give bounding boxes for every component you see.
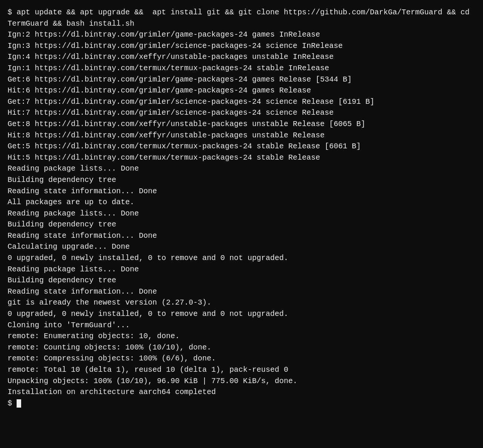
output-line: Reading package lists... Done — [8, 208, 475, 219]
output-line: Get:7 https://dl.bintray.com/grimler/sci… — [8, 96, 475, 108]
output-line: Reading package lists... Done — [8, 163, 475, 174]
output-line: 0 upgraded, 0 newly installed, 0 to remo… — [8, 308, 475, 320]
output-line: Building dependency tree — [8, 219, 475, 230]
output-line: Get:5 https://dl.bintray.com/termux/term… — [8, 141, 475, 152]
output-line: Calculating upgrade... Done — [8, 241, 475, 252]
output-line: Hit:5 https://dl.bintray.com/termux/term… — [8, 152, 475, 163]
output-line: Building dependency tree — [8, 275, 475, 286]
prompt-line: $ apt update && apt upgrade && apt insta… — [8, 7, 475, 29]
current-prompt-line[interactable]: $ — [8, 398, 475, 409]
output-line: Unpacking objects: 100% (10/10), 96.90 K… — [8, 376, 475, 387]
output-line: git is already the newest version (2.27.… — [8, 297, 475, 308]
output-line: Hit:6 https://dl.bintray.com/grimler/gam… — [8, 85, 475, 96]
output-line: Reading state information... Done — [8, 286, 475, 297]
output-line: remote: Total 10 (delta 1), reused 10 (d… — [8, 364, 475, 376]
output-line: remote: Compressing objects: 100% (6/6),… — [8, 353, 475, 364]
output-line: remote: Enumerating objects: 10, done. — [8, 331, 475, 342]
output-line: Cloning into 'TermGuard'... — [8, 320, 475, 331]
output-line: Reading state information... Done — [8, 230, 475, 242]
output-line: Hit:8 https://dl.bintray.com/xeffyr/unst… — [8, 130, 475, 141]
output-line: Hit:7 https://dl.bintray.com/grimler/sci… — [8, 107, 475, 119]
output-line: 0 upgraded, 0 newly installed, 0 to remo… — [8, 252, 475, 264]
output-line: Building dependency tree — [8, 174, 475, 186]
cursor-block — [17, 399, 21, 408]
output-line: Reading package lists... Done — [8, 264, 475, 275]
output-line: Get:8 https://dl.bintray.com/xeffyr/unst… — [8, 119, 475, 130]
output-line: Get:6 https://dl.bintray.com/grimler/gam… — [8, 74, 475, 85]
output-line: Ign:1 https://dl.bintray.com/termux/term… — [8, 63, 475, 74]
output-line: All packages are up to date. — [8, 197, 475, 208]
output-line: remote: Counting objects: 100% (10/10), … — [8, 342, 475, 353]
output-line: Ign:2 https://dl.bintray.com/grimler/gam… — [8, 29, 475, 40]
output-line: Reading state information... Done — [8, 186, 475, 197]
output-line: Ign:3 https://dl.bintray.com/grimler/sci… — [8, 40, 475, 52]
output-line: Installation on architecture aarch64 com… — [8, 386, 475, 398]
terminal-window: $ apt update && apt upgrade && apt insta… — [8, 7, 475, 409]
output-line: Ign:4 https://dl.bintray.com/xeffyr/unst… — [8, 51, 475, 63]
